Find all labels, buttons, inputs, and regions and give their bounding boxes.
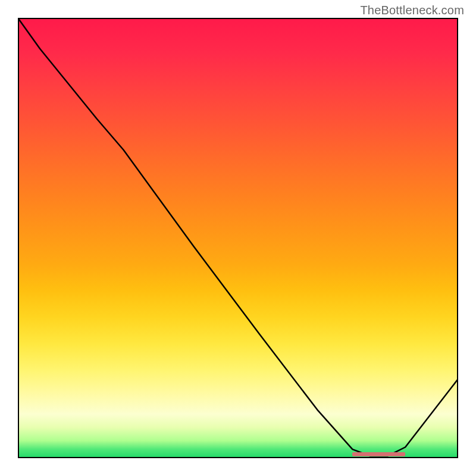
chart-area: [18, 18, 458, 458]
watermark-text: TheBottleneck.com: [360, 4, 464, 17]
curve-layer: [18, 18, 458, 458]
bottleneck-curve: [18, 18, 458, 456]
optimal-range-marker: [352, 452, 405, 456]
